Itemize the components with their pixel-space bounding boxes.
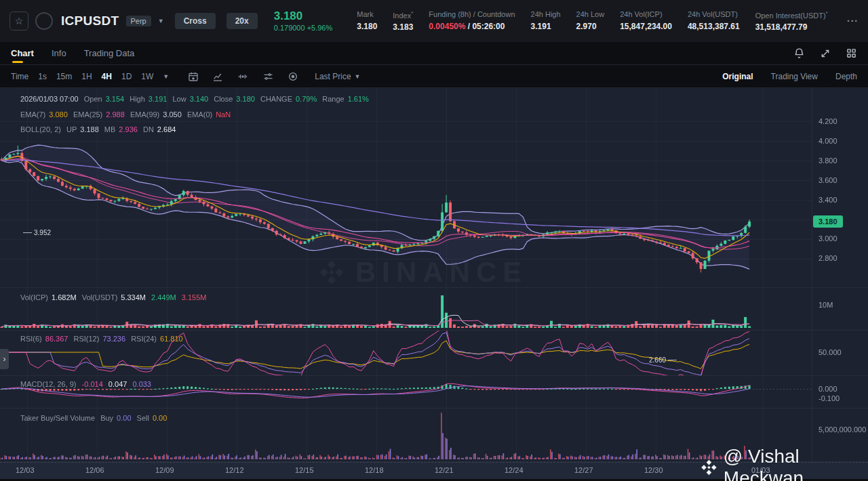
target-icon[interactable] xyxy=(288,71,298,82)
last-price-badge: 3.180 xyxy=(813,215,843,228)
date-tick-12/24: 12/24 xyxy=(505,466,524,474)
price-tick-3.400: 3.400 xyxy=(818,196,837,204)
chart-style-icon[interactable] xyxy=(212,71,223,82)
date-tick-12/30: 12/30 xyxy=(644,466,663,474)
stat-24h-high: 24h High 3.191 xyxy=(531,10,561,33)
stat-24h-low: 24h Low 2.970 xyxy=(576,10,605,33)
interval-4h[interactable]: 4H xyxy=(102,72,112,81)
right-price-axis[interactable]: 4.2004.0003.8003.6003.4003.0002.80010M50… xyxy=(812,88,868,462)
expand-panel-chevron[interactable]: › xyxy=(0,349,9,369)
view-depth[interactable]: Depth xyxy=(835,72,857,81)
more-menu-button[interactable]: ··· xyxy=(847,16,859,26)
price-tick-4.200: 4.200 xyxy=(818,117,837,125)
price-tick-3.000: 3.000 xyxy=(818,234,837,243)
chart-region: BINANCE 2026/01/03 07:00 Open3.154 High3… xyxy=(0,88,868,462)
date-tick-12/12: 12/12 xyxy=(225,466,244,474)
price-mode-select[interactable]: Last Price ▼ xyxy=(315,72,360,81)
date-tick-12/15: 12/15 xyxy=(295,466,314,474)
stat-mark: Mark 3.180 xyxy=(357,10,377,33)
date-tick-12/21: 12/21 xyxy=(435,466,454,474)
interval-1d[interactable]: 1D xyxy=(121,72,132,81)
interval-1s[interactable]: 1s xyxy=(38,72,47,81)
compare-icon[interactable] xyxy=(237,71,249,82)
last-price-block: 3.180 0.179000 +5.96% xyxy=(274,9,333,33)
price-mode-caret: ▼ xyxy=(355,73,361,80)
indicator-settings-icon[interactable] xyxy=(262,71,274,82)
interval-dropdown-caret[interactable]: ▼ xyxy=(163,73,169,80)
countdown: / 05:26:00 xyxy=(468,22,505,31)
stat-funding-countdown: Funding (8h) / Countdown 0.00450% / 05:2… xyxy=(429,10,515,33)
price-tick-4.000: 4.000 xyxy=(818,137,837,145)
price-change: 0.179000 +5.96% xyxy=(274,24,333,33)
leverage-button[interactable]: 20x xyxy=(226,13,258,29)
time-label: Time xyxy=(11,72,28,81)
grid-layout-icon[interactable] xyxy=(846,47,857,59)
stat-24h-vol-icp: 24h Vol(ICP) 15,847,234.00 xyxy=(620,10,672,33)
header-stats: Mark 3.180 Index* 3.183 Funding (8h) / C… xyxy=(357,10,827,33)
date-tick-12/18: 12/18 xyxy=(365,466,384,474)
interval-15m[interactable]: 15m xyxy=(56,72,72,81)
favorite-star-icon[interactable]: ☆ xyxy=(9,12,28,30)
toolbar-icons xyxy=(188,71,298,82)
date-tick-12/06: 12/06 xyxy=(85,466,104,474)
tabbar-icons xyxy=(793,47,857,59)
date-tick-12/09: 12/09 xyxy=(155,466,174,474)
price-tick-3.800: 3.800 xyxy=(818,156,837,165)
coin-logo xyxy=(35,12,53,30)
interval-1h[interactable]: 1H xyxy=(81,72,92,81)
tab-trading-data[interactable]: Trading Data xyxy=(84,43,135,64)
header: ☆ ICPUSDT Perp ▼ Cross 20x 3.180 0.17900… xyxy=(0,0,868,42)
view-switch: Original Trading View Depth xyxy=(722,72,857,81)
symbol-dropdown-caret[interactable]: ▼ xyxy=(158,18,164,24)
view-trading-view[interactable]: Trading View xyxy=(771,72,818,81)
panel-axis-10M: 10M xyxy=(818,301,833,309)
binance-watermark: BINANCE xyxy=(317,256,528,289)
funding-rate: 0.00450% xyxy=(429,22,465,31)
panel-axis-50.000: 50.000 xyxy=(818,348,842,356)
tab-bar: Chart Info Trading Data xyxy=(0,42,868,65)
date-tick-12/03: 12/03 xyxy=(16,466,35,474)
tab-chart[interactable]: Chart xyxy=(11,43,34,64)
last-price: 3.180 xyxy=(274,9,333,23)
stat-open-interest: Open Interest(USDT)* 31,518,477.79 xyxy=(755,10,828,33)
margin-mode-button[interactable]: Cross xyxy=(175,13,216,29)
stat-24h-vol-usdt: 24h Vol(USDT) 48,513,387.61 xyxy=(688,10,740,33)
price-tick-3.600: 3.600 xyxy=(818,176,837,184)
panel-axis-5,000,000.000: 5,000,000.000 xyxy=(818,425,866,434)
binance-futures-app: ☆ ICPUSDT Perp ▼ Cross 20x 3.180 0.17900… xyxy=(0,0,868,481)
user-watermark: @ Vishal Meckwan xyxy=(700,446,868,481)
symbol-title[interactable]: ICPUSDT xyxy=(61,14,119,28)
panel-axis--0.100: -0.100 xyxy=(818,394,840,402)
contract-type-badge: Perp xyxy=(126,16,151,26)
view-original[interactable]: Original xyxy=(722,72,753,81)
bell-icon[interactable] xyxy=(793,47,805,59)
calendar-icon[interactable] xyxy=(188,71,199,82)
chart-toolbar: Time 1s 15m 1H 4H 1D 1W ▼ Last Price ▼ O… xyxy=(0,65,868,88)
date-tick-12/27: 12/27 xyxy=(574,466,593,474)
expand-icon[interactable] xyxy=(820,48,831,59)
interval-1w[interactable]: 1W xyxy=(141,72,153,81)
panel-axis-0.000: 0.000 xyxy=(818,385,837,393)
stat-index: Index* 3.183 xyxy=(393,10,413,33)
price-tick-2.800: 2.800 xyxy=(818,254,837,262)
tab-info[interactable]: Info xyxy=(52,43,66,64)
